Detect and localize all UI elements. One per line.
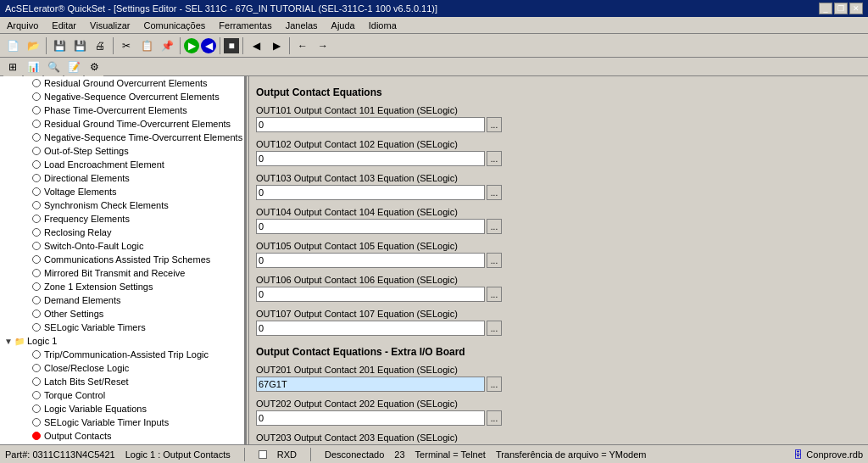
maximize-button[interactable]: ❐ xyxy=(834,3,848,14)
status-div2 xyxy=(310,448,311,461)
tb2-btn1[interactable]: ⊞ xyxy=(3,58,22,76)
label-reclosing: Reclosing Relay xyxy=(44,227,111,237)
tb2-btn2[interactable]: 📊 xyxy=(24,58,42,76)
label-selogic: SELogic Variable Timers xyxy=(44,322,146,332)
tree-item-logic1[interactable]: ▼ 📁 Logic 1 xyxy=(0,334,244,348)
input-out103[interactable] xyxy=(256,185,485,200)
btn-out102[interactable]: ... xyxy=(487,151,502,166)
tree-item-phase-time[interactable]: Phase Time-Overcurrent Elements xyxy=(0,103,244,117)
window-controls[interactable]: _ ❐ ✕ xyxy=(819,3,863,14)
tree-item-led[interactable]: LED Equations xyxy=(0,443,244,444)
tree-item-trip-comm[interactable]: Trip/Communication-Assisted Trip Logic xyxy=(0,348,244,361)
label-logic1: Logic 1 xyxy=(27,336,57,346)
status-connection: Desconectado xyxy=(325,449,384,460)
menu-idioma[interactable]: Idioma xyxy=(365,20,400,31)
menu-arquivo[interactable]: Arquivo xyxy=(3,20,42,31)
circle-icon-other xyxy=(31,308,42,320)
tree-item-directional[interactable]: Directional Elements xyxy=(0,171,244,185)
btn-out107[interactable]: ... xyxy=(487,321,502,336)
toggle-output xyxy=(20,431,31,441)
input-out106[interactable] xyxy=(256,287,485,302)
tree-item-frequency[interactable]: Frequency Elements xyxy=(0,212,244,226)
circle-icon-latch xyxy=(31,376,42,388)
tree-item-demand[interactable]: Demand Elements xyxy=(0,293,244,307)
tree-item-torque[interactable]: Torque Control xyxy=(0,388,244,402)
tree-item-selogic-timer[interactable]: SELogic Variable Timer Inputs xyxy=(0,416,244,429)
right-btn[interactable]: ▶ xyxy=(267,36,286,55)
tb2-btn4[interactable]: 📝 xyxy=(64,58,83,76)
receive-button[interactable]: ◀ xyxy=(201,38,216,53)
input-out102[interactable] xyxy=(256,151,485,166)
label-logic-var: Logic Variable Equations xyxy=(44,404,147,414)
btn-out201[interactable]: ... xyxy=(487,377,502,392)
btn-out105[interactable]: ... xyxy=(487,253,502,268)
tb2-btn3[interactable]: 🔍 xyxy=(44,58,63,76)
btn-out104[interactable]: ... xyxy=(487,219,502,234)
input-out107[interactable] xyxy=(256,321,485,336)
tree-item-neg-seq-oc[interactable]: Negative-Sequence Overcurrent Elements xyxy=(0,90,244,103)
input-row-out101: ... xyxy=(256,117,861,132)
label-close: Close/Reclose Logic xyxy=(44,363,129,373)
menu-visualizar[interactable]: Visualizar xyxy=(86,20,134,31)
menu-editar[interactable]: Editar xyxy=(48,20,80,31)
toggle-comm xyxy=(20,254,31,265)
tree-item-zone1[interactable]: Zone 1 Extension Settings xyxy=(0,280,244,293)
menu-comunicacoes[interactable]: Comunicações xyxy=(141,20,209,31)
circle-icon-load xyxy=(31,159,42,170)
new-button[interactable]: 📄 xyxy=(3,36,22,55)
tree-item-close-reclose[interactable]: Close/Reclose Logic xyxy=(0,361,244,375)
tree-item-synchro[interactable]: Synchronism Check Elements xyxy=(0,198,244,212)
toggle-neg-time xyxy=(20,132,31,142)
menu-ajuda[interactable]: Ajuda xyxy=(328,20,359,31)
toggle-dir xyxy=(20,173,31,183)
menu-ferramentas[interactable]: Ferramentas xyxy=(215,20,275,31)
tree-item-comm-assisted[interactable]: Communications Assisted Trip Schemes xyxy=(0,253,244,266)
print-button[interactable]: 🖨 xyxy=(91,36,109,55)
tree-item-load[interactable]: Load Encroachment Element xyxy=(0,158,244,171)
paste-button[interactable]: 📌 xyxy=(158,36,176,55)
btn-out202[interactable]: ... xyxy=(487,410,502,426)
label-neg-time: Negative-Sequence Time-Overcurrent Eleme… xyxy=(44,132,242,142)
toggle-load xyxy=(20,159,31,170)
menu-janelas[interactable]: Janelas xyxy=(282,20,321,31)
tree-item-mirrored-bit[interactable]: Mirrored Bit Transmit and Receive xyxy=(0,266,244,280)
tree-item-switch-onto[interactable]: Switch-Onto-Fault Logic xyxy=(0,239,244,253)
toggle-logic1[interactable]: ▼ xyxy=(3,336,14,346)
btn-out106[interactable]: ... xyxy=(487,287,502,302)
tree-item-neg-seq-time[interactable]: Negative-Sequence Time-Overcurrent Eleme… xyxy=(0,131,244,144)
open-button[interactable]: 📂 xyxy=(24,36,42,55)
left-btn[interactable]: ◀ xyxy=(247,36,265,55)
input-out101[interactable] xyxy=(256,117,485,132)
input-out104[interactable] xyxy=(256,219,485,234)
tree-item-logic-var-eq[interactable]: Logic Variable Equations xyxy=(0,402,244,416)
tree-item-residual-ground[interactable]: Residual Ground Overcurrent Elements xyxy=(0,76,244,90)
copy-button[interactable]: 📋 xyxy=(137,36,156,55)
tb2-btn5[interactable]: ⚙ xyxy=(85,58,103,76)
tree-item-out-of-step[interactable]: Out-of-Step Settings xyxy=(0,144,244,158)
tree-item-selogic-var[interactable]: SELogic Variable Timers xyxy=(0,321,244,334)
input-out202[interactable] xyxy=(256,410,485,426)
tree-panel[interactable]: Residual Ground Overcurrent Elements Neg… xyxy=(0,76,246,444)
forward-btn[interactable]: → xyxy=(314,36,332,55)
back-btn[interactable]: ← xyxy=(293,36,312,55)
save-button[interactable]: 💾 xyxy=(50,36,69,55)
input-out201[interactable] xyxy=(256,377,485,392)
toggle-volt xyxy=(20,187,31,197)
tree-item-output-contacts[interactable]: Output Contacts xyxy=(0,429,244,443)
save-all-button[interactable]: 💾 xyxy=(70,36,89,55)
tree-item-other-settings[interactable]: Other Settings xyxy=(0,307,244,321)
btn-out103[interactable]: ... xyxy=(487,185,502,200)
minimize-button[interactable]: _ xyxy=(819,3,832,14)
close-button[interactable]: ✕ xyxy=(849,3,863,14)
tree-item-res-ground-time[interactable]: Residual Ground Time-Overcurrent Element… xyxy=(0,117,244,131)
circle-icon-selogic-timer xyxy=(31,416,42,428)
btn-out101[interactable]: ... xyxy=(487,117,502,132)
input-out105[interactable] xyxy=(256,253,485,268)
cut-button[interactable]: ✂ xyxy=(117,36,136,55)
input-row-out201: ... xyxy=(256,377,861,392)
square-btn[interactable]: ■ xyxy=(224,38,239,53)
tree-item-latch[interactable]: Latch Bits Set/Reset xyxy=(0,375,244,388)
send-button[interactable]: ▶ xyxy=(184,38,199,53)
tree-item-reclosing[interactable]: Reclosing Relay xyxy=(0,226,244,239)
tree-item-voltage[interactable]: Voltage Elements xyxy=(0,185,244,198)
